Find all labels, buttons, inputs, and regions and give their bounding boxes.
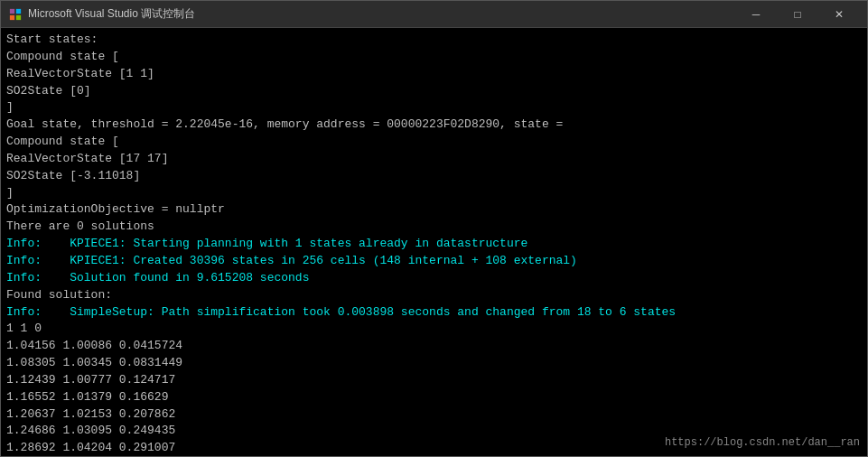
- console-line: 1 1 0: [6, 321, 862, 338]
- console-line: Compound state [: [6, 49, 862, 66]
- console-line: 1.12439 1.00777 0.124717: [6, 372, 862, 389]
- console-output: Start states:Compound state [RealVectorS…: [1, 28, 867, 456]
- maximize-button[interactable]: □: [777, 1, 818, 28]
- console-line: Start states:: [6, 32, 862, 49]
- svg-rect-2: [10, 14, 14, 19]
- console-line: SO2State [-3.11018]: [6, 168, 862, 185]
- console-lines: Start states:Compound state [RealVectorS…: [6, 32, 862, 456]
- console-line: Compound state [: [6, 134, 862, 151]
- watermark: https://blog.csdn.net/dan__ran: [665, 436, 860, 449]
- svg-rect-3: [16, 14, 21, 19]
- console-line: OptimizationObjective = nullptr: [6, 201, 862, 219]
- console-line: RealVectorState [17 17]: [6, 151, 862, 168]
- minimize-button[interactable]: ─: [735, 1, 777, 28]
- title-bar: Microsoft Visual Studio 调试控制台 ─ □ ✕: [1, 1, 867, 28]
- console-line: ]: [6, 99, 862, 117]
- window-controls: ─ □ ✕: [735, 1, 860, 28]
- console-line: SO2State [0]: [6, 83, 862, 100]
- console-line: Info: KPIECE1: Created 30396 states in 2…: [6, 253, 862, 270]
- console-line: Goal state, threshold = 2.22045e-16, mem…: [6, 117, 862, 134]
- console-line: There are 0 solutions: [6, 219, 862, 236]
- console-line: Found solution:: [6, 287, 862, 304]
- window-title: Microsoft Visual Studio 调试控制台: [28, 6, 735, 22]
- svg-rect-1: [16, 8, 21, 13]
- svg-rect-0: [10, 8, 14, 13]
- console-line: RealVectorState [1 1]: [6, 66, 862, 83]
- console-line: ]: [6, 185, 862, 202]
- console-line: 1.04156 1.00086 0.0415724: [6, 338, 862, 355]
- console-line: 1.16552 1.01379 0.16629: [6, 389, 862, 406]
- console-line: 1.08305 1.00345 0.0831449: [6, 355, 862, 372]
- console-line: Info: KPIECE1: Starting planning with 1 …: [6, 236, 862, 253]
- app-icon: [8, 7, 23, 22]
- close-button[interactable]: ✕: [818, 1, 860, 28]
- console-line: Info: Solution found in 9.615208 seconds: [6, 270, 862, 287]
- console-line: 1.20637 1.02153 0.207862: [6, 406, 862, 424]
- main-window: Microsoft Visual Studio 调试控制台 ─ □ ✕ Star…: [0, 0, 868, 457]
- console-line: Info: SimpleSetup: Path simplification t…: [6, 304, 862, 322]
